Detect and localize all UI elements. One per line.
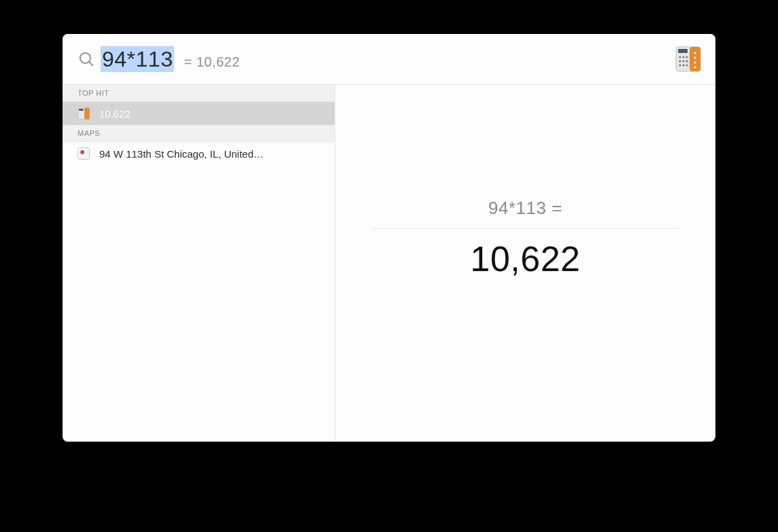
search-input[interactable]: 94*113 = 10,622 (101, 46, 675, 72)
svg-point-15 (694, 56, 696, 58)
result-maps[interactable]: 94 W 113th St Chicago, IL, United… (63, 142, 335, 165)
search-query-text: 94*113 (101, 46, 174, 72)
results-sidebar: TOP HIT 10,622 MAPS 94 W 113th St Chicag… (63, 85, 335, 442)
detail-result: 10,622 (470, 238, 580, 279)
svg-rect-19 (84, 108, 90, 120)
svg-point-6 (682, 56, 684, 58)
svg-point-14 (694, 52, 696, 54)
detail-pane: 94*113 = 10,622 (335, 85, 715, 442)
svg-point-7 (686, 56, 688, 58)
svg-point-17 (694, 66, 696, 68)
result-label: 94 W 113th St Chicago, IL, United… (99, 148, 264, 160)
section-header-maps: MAPS (63, 125, 335, 142)
result-label: 10,622 (99, 108, 131, 120)
svg-point-13 (686, 64, 688, 66)
svg-point-0 (80, 53, 90, 63)
svg-rect-4 (678, 49, 688, 53)
detail-expression: 94*113 = (356, 194, 695, 228)
calculator-icon (675, 46, 702, 73)
svg-point-9 (682, 60, 684, 62)
svg-point-5 (679, 56, 681, 58)
svg-point-12 (682, 64, 684, 66)
result-top-hit[interactable]: 10,622 (63, 102, 335, 125)
svg-point-10 (686, 60, 688, 62)
svg-point-11 (679, 64, 681, 66)
calculator-icon (78, 107, 90, 120)
divider (373, 228, 678, 229)
svg-line-1 (89, 62, 93, 66)
maps-icon (78, 147, 90, 160)
svg-rect-20 (79, 109, 84, 111)
spotlight-window: 94*113 = 10,622 TOP HIT (63, 34, 715, 442)
inline-result: = 10,622 (184, 54, 239, 70)
svg-point-16 (694, 61, 696, 63)
search-bar: 94*113 = 10,622 (63, 34, 715, 85)
section-header-top-hit: TOP HIT (63, 85, 335, 102)
search-icon (75, 50, 98, 68)
content-area: TOP HIT 10,622 MAPS 94 W 113th St Chicag… (63, 85, 715, 442)
svg-point-8 (679, 60, 681, 62)
